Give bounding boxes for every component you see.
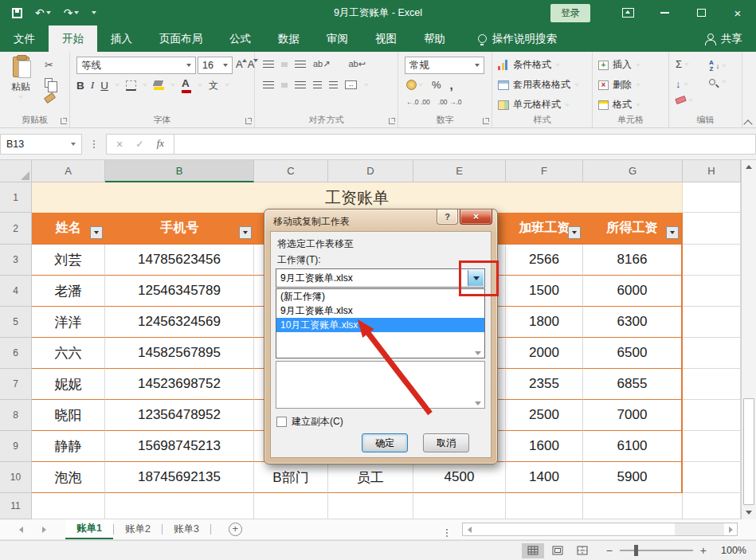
data-cell[interactable]: B部门 [254, 462, 328, 493]
find-select-button[interactable] [709, 79, 727, 85]
data-cell[interactable]: 7000 [583, 400, 683, 431]
horizontal-scroll-track[interactable] [675, 523, 724, 535]
empty-cell[interactable] [506, 493, 583, 519]
filter-dropdown-button[interactable] [239, 226, 252, 239]
grow-font-button[interactable]: A [236, 58, 243, 70]
create-copy-checkbox[interactable] [276, 417, 287, 427]
zoom-level[interactable]: 100% [713, 545, 746, 556]
zoom-out-button[interactable]: − [606, 544, 613, 557]
before-sheet-listbox[interactable] [276, 361, 485, 409]
ribbon-tab-2[interactable]: 插入 [97, 25, 146, 52]
phonetic-guide-icon[interactable]: 文 [209, 79, 218, 92]
column-header-G[interactable]: G [583, 160, 683, 182]
orientation-icon[interactable]: ab↗ [313, 59, 330, 69]
share-button[interactable]: 共享 [705, 25, 756, 52]
row-header-2[interactable]: 2 [0, 213, 32, 245]
comma-style-button[interactable]: , [450, 78, 453, 92]
underline-dropdown-icon[interactable] [115, 84, 119, 87]
align-center-icon[interactable] [281, 83, 288, 88]
paste-button[interactable]: 粘贴 [4, 57, 37, 99]
copy-icon[interactable] [45, 78, 53, 88]
font-color-dropdown-icon[interactable] [198, 84, 202, 87]
filter-dropdown-button[interactable] [568, 226, 581, 239]
data-cell[interactable]: 12546345789 [105, 276, 254, 307]
data-cell[interactable]: 六六 [32, 338, 105, 369]
data-cell[interactable]: 2566 [506, 245, 583, 276]
zoom-slider-thumb[interactable] [634, 545, 638, 556]
empty-cell[interactable] [683, 245, 741, 276]
empty-cell[interactable] [328, 493, 413, 519]
empty-cell[interactable] [32, 493, 105, 519]
ribbon-tab-7[interactable]: 视图 [362, 25, 410, 52]
autosum-button[interactable]: Σ [676, 58, 689, 70]
cancel-entry-icon[interactable]: × [116, 138, 123, 151]
undo-button[interactable]: ↶ [35, 6, 51, 19]
column-header-H[interactable]: H [683, 160, 741, 182]
maximize-button[interactable] [683, 0, 719, 25]
format-cells-button[interactable]: 格式 [598, 98, 640, 112]
column-header-E[interactable]: E [413, 160, 506, 182]
zoom-in-button[interactable]: + [700, 544, 707, 557]
merge-center-icon[interactable]: ↔ [345, 80, 357, 89]
enter-entry-icon[interactable]: ✓ [135, 138, 143, 150]
empty-cell[interactable] [413, 493, 506, 519]
data-cell[interactable]: 6500 [583, 338, 683, 369]
page-break-view-button[interactable] [571, 543, 593, 558]
format-as-table-button[interactable]: 套用表格格式 [498, 78, 579, 92]
ok-button[interactable]: 确定 [362, 433, 408, 452]
delete-cells-button[interactable]: × 删除 [598, 78, 640, 92]
minimize-button[interactable] [646, 0, 683, 25]
ribbon-tab-5[interactable]: 数据 [264, 25, 313, 52]
column-header-F[interactable]: F [506, 160, 583, 182]
horizontal-scrollbar[interactable] [462, 523, 738, 536]
data-cell[interactable]: 6855 [583, 369, 683, 400]
dialog-help-button[interactable]: ? [437, 210, 458, 225]
data-cell[interactable]: 2000 [506, 338, 583, 369]
fill-color-dropdown-icon[interactable] [170, 84, 175, 87]
row-header-10[interactable]: 10 [0, 462, 32, 493]
sheet-tab-2[interactable]: 账单3 [163, 519, 210, 539]
decrease-decimal-button[interactable]: .00 →.0 [438, 98, 462, 106]
data-cell[interactable]: 14582567895 [105, 338, 254, 369]
row-header-1[interactable]: 1 [0, 182, 32, 213]
data-cell[interactable]: 12456324569 [105, 307, 254, 338]
data-cell[interactable]: 晓阳 [32, 400, 105, 431]
table-header-cell[interactable]: 加班工资 [506, 213, 583, 245]
data-cell[interactable]: 1400 [506, 462, 583, 493]
row-header-4[interactable]: 4 [0, 276, 32, 307]
row-header-5[interactable]: 5 [0, 307, 32, 338]
cancel-button[interactable]: 取消 [423, 433, 469, 452]
new-sheet-button[interactable]: + [229, 523, 242, 536]
row-header-11[interactable]: 11 [0, 493, 32, 519]
cell-styles-button[interactable]: 单元格样式 [498, 98, 570, 112]
previous-sheet-icon[interactable] [19, 527, 23, 533]
fill-color-icon[interactable] [154, 80, 164, 90]
dialog-close-button[interactable]: × [460, 210, 492, 225]
font-dialog-launcher-icon[interactable] [245, 118, 252, 124]
select-all-corner[interactable] [0, 160, 32, 182]
table-header-cell[interactable]: 姓名 [32, 213, 105, 245]
vertical-scrollbar[interactable] [741, 160, 756, 519]
row-header-8[interactable]: 8 [0, 400, 32, 431]
scroll-right-button[interactable] [724, 523, 737, 535]
workbook-list-item[interactable]: 9月工资账单.xlsx [276, 303, 484, 318]
data-cell[interactable]: 5900 [583, 462, 683, 493]
data-cell[interactable]: 妮妮 [32, 369, 105, 400]
ribbon-tab-3[interactable]: 页面布局 [146, 25, 216, 52]
vertical-scroll-thumb[interactable] [743, 398, 754, 505]
empty-cell[interactable] [683, 431, 741, 462]
formula-bar-resize-handle[interactable] [93, 140, 95, 142]
data-cell[interactable]: 2355 [506, 369, 583, 400]
data-cell[interactable]: 1500 [506, 276, 583, 307]
data-cell[interactable]: 2500 [506, 400, 583, 431]
horizontal-scroll-thumb[interactable] [476, 523, 675, 535]
fill-button[interactable]: ↓ [676, 78, 688, 90]
conditional-formatting-button[interactable]: 条件格式 [498, 58, 560, 72]
collapse-ribbon-icon[interactable] [745, 119, 751, 125]
empty-cell[interactable] [683, 493, 741, 519]
data-cell[interactable]: 泡泡 [32, 462, 105, 493]
sheet-tab-1[interactable]: 账单2 [114, 519, 162, 539]
ribbon-tab-0[interactable]: 文件 [0, 25, 49, 52]
number-format-combo[interactable]: 常规 [405, 57, 484, 74]
normal-view-button[interactable] [522, 543, 544, 558]
